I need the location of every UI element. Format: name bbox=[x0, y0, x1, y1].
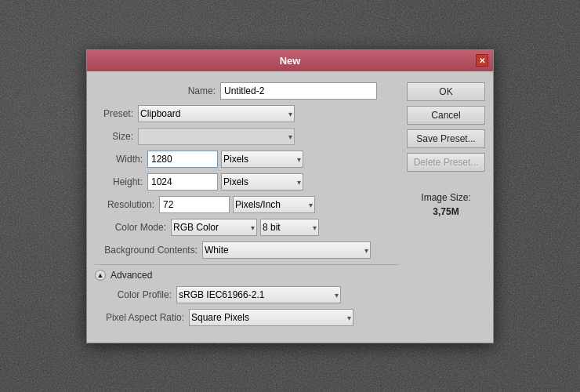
size-row: Size: bbox=[95, 128, 399, 145]
color-mode-select[interactable]: RGB Color Grayscale CMYK Color bbox=[171, 219, 257, 236]
resolution-unit-select[interactable]: Pixels/Inch Pixels/Centimeter bbox=[233, 196, 315, 213]
res-unit-wrap: Pixels/Inch Pixels/Centimeter bbox=[233, 196, 315, 213]
width-input[interactable] bbox=[147, 151, 218, 168]
advanced-label: Advanced bbox=[111, 270, 152, 281]
resolution-row: Resolution: Pixels/Inch Pixels/Centimete… bbox=[95, 196, 399, 213]
image-size-box: Image Size: 3,75M bbox=[407, 192, 485, 217]
width-row: Width: Pixels Inches Centimeters bbox=[95, 151, 399, 168]
delete-preset-button[interactable]: Delete Preset... bbox=[407, 153, 485, 172]
name-input[interactable] bbox=[220, 82, 377, 100]
preset-row: Preset: Clipboard Default Photoshop Size… bbox=[95, 105, 399, 122]
preset-label: Preset: bbox=[95, 108, 138, 119]
resolution-input[interactable] bbox=[159, 196, 230, 213]
size-label: Size: bbox=[95, 131, 138, 142]
advanced-row[interactable]: ▲ Advanced bbox=[95, 270, 399, 281]
height-label: Height: bbox=[95, 176, 147, 187]
pixel-aspect-row: Pixel Aspect Ratio: Square Pixels D1/DV … bbox=[95, 309, 399, 326]
advanced-arrow-icon: ▲ bbox=[95, 270, 106, 281]
side-area: OK Cancel Save Preset... Delete Preset..… bbox=[407, 82, 485, 332]
resolution-label: Resolution: bbox=[95, 199, 159, 210]
dialog-titlebar: New ✕ bbox=[87, 50, 493, 71]
image-size-value: 3,75M bbox=[407, 206, 485, 217]
color-profile-label: Color Profile: bbox=[95, 289, 176, 300]
close-icon: ✕ bbox=[479, 56, 485, 65]
save-preset-button[interactable]: Save Preset... bbox=[407, 129, 485, 148]
color-mode-row: Color Mode: RGB Color Grayscale CMYK Col… bbox=[95, 219, 399, 236]
bit-depth-wrap: 8 bit 16 bit 32 bit bbox=[260, 219, 319, 236]
background-select[interactable]: White Background Color Transparent bbox=[202, 241, 371, 259]
color-profile-row: Color Profile: sRGB IEC61966-2.1 Adobe R… bbox=[95, 286, 399, 303]
dialog-body: Name: Preset: Clipboard Default Photosho… bbox=[87, 71, 493, 343]
cancel-button[interactable]: Cancel bbox=[407, 106, 485, 125]
background-label: Background Contents: bbox=[95, 245, 202, 256]
height-input[interactable] bbox=[147, 173, 218, 191]
new-document-dialog: New ✕ Name: Preset: Clipboard Default Ph… bbox=[86, 49, 494, 343]
width-label: Width: bbox=[95, 154, 147, 165]
bit-depth-select[interactable]: 8 bit 16 bit 32 bit bbox=[260, 219, 319, 236]
pixel-aspect-label: Pixel Aspect Ratio: bbox=[95, 312, 189, 323]
name-label: Name: bbox=[95, 85, 220, 96]
width-unit-select[interactable]: Pixels Inches Centimeters bbox=[221, 151, 303, 168]
preset-select[interactable]: Clipboard Default Photoshop Size Letter bbox=[138, 105, 295, 122]
color-profile-select[interactable]: sRGB IEC61966-2.1 Adobe RGB (1998) ProPh… bbox=[176, 286, 341, 303]
divider bbox=[95, 264, 399, 265]
background-wrap: White Background Color Transparent bbox=[202, 241, 371, 259]
color-mode-wrap: RGB Color Grayscale CMYK Color bbox=[171, 219, 257, 236]
close-button[interactable]: ✕ bbox=[476, 54, 488, 67]
form-area: Name: Preset: Clipboard Default Photosho… bbox=[95, 82, 399, 332]
ok-button[interactable]: OK bbox=[407, 82, 485, 101]
preset-select-wrap: Clipboard Default Photoshop Size Letter bbox=[138, 105, 295, 122]
size-select[interactable] bbox=[138, 128, 295, 145]
color-profile-wrap: sRGB IEC61966-2.1 Adobe RGB (1998) ProPh… bbox=[176, 286, 341, 303]
background-row: Background Contents: White Background Co… bbox=[95, 241, 399, 259]
pixel-aspect-wrap: Square Pixels D1/DV NTSC (0.91) D1/DV PA… bbox=[189, 309, 353, 326]
color-mode-label: Color Mode: bbox=[95, 222, 171, 233]
name-row: Name: bbox=[95, 82, 399, 100]
dialog-title: New bbox=[280, 55, 301, 67]
height-unit-wrap: Pixels Inches Centimeters bbox=[221, 173, 303, 191]
height-row: Height: Pixels Inches Centimeters bbox=[95, 173, 399, 191]
height-unit-select[interactable]: Pixels Inches Centimeters bbox=[221, 173, 303, 191]
width-unit-wrap: Pixels Inches Centimeters bbox=[221, 151, 303, 168]
image-size-label: Image Size: bbox=[407, 192, 485, 203]
pixel-aspect-select[interactable]: Square Pixels D1/DV NTSC (0.91) D1/DV PA… bbox=[189, 309, 353, 326]
size-select-wrap bbox=[138, 128, 295, 145]
